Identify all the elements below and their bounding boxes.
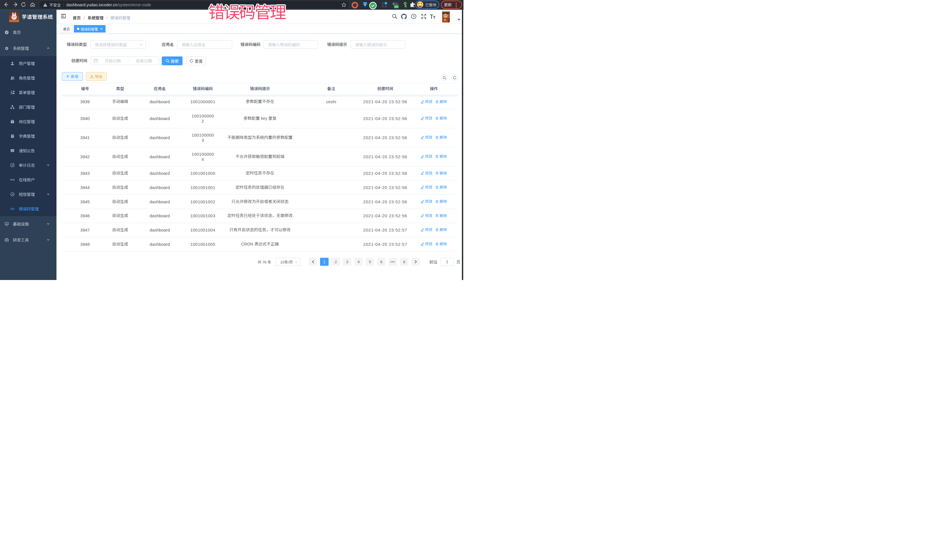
svg-text:on: on [395, 5, 398, 8]
svg-text:?: ? [413, 15, 415, 18]
